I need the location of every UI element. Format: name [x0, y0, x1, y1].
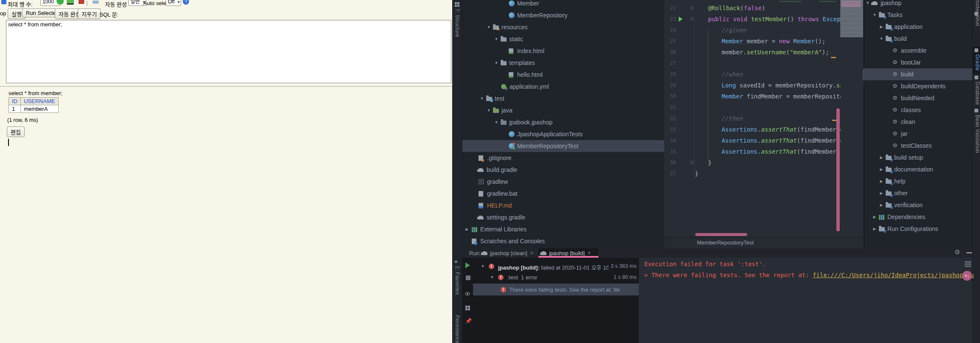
chevron-down-icon[interactable]: ▼: [486, 25, 491, 29]
eye-filter-icon[interactable]: [465, 292, 470, 295]
help-icon[interactable]: ?: [183, 0, 189, 5]
settings-gear-icon[interactable]: ⚙: [955, 248, 960, 256]
gradle-task-item[interactable]: ⚙buildNeeded: [864, 92, 972, 104]
pin-icon[interactable]: 📌: [465, 318, 472, 324]
code-line[interactable]: 32//then: [664, 113, 864, 124]
tool-button-bean-validation[interactable]: Bean Validation: [974, 115, 980, 153]
gradle-task-item[interactable]: ⚙testClasses: [864, 140, 972, 152]
tool-button-favorites[interactable]: 2: Favorites: [454, 266, 460, 295]
rerun-play-icon[interactable]: [465, 262, 470, 268]
code-line[interactable]: 26member.setUsername("memberA");: [664, 47, 864, 58]
chevron-right-icon[interactable]: ▶: [872, 215, 877, 219]
chevron-down-icon[interactable]: ▼: [486, 108, 491, 112]
chevron-right-icon[interactable]: ▶: [872, 227, 877, 231]
chevron-right-icon[interactable]: ▶: [879, 25, 884, 29]
breadcrumb[interactable]: MemberRepositoryTest: [697, 239, 754, 246]
project-tree-item[interactable]: build.gradle: [462, 164, 664, 176]
chevron-down-icon[interactable]: ▼: [494, 120, 499, 124]
fold-marker-icon[interactable]: [691, 17, 694, 20]
chevron-down-icon[interactable]: ▼: [480, 264, 485, 268]
chevron-down-icon[interactable]: ▼: [872, 13, 877, 17]
project-tree-item[interactable]: ▼java: [462, 104, 664, 116]
close-tab-icon[interactable]: ✕: [587, 250, 591, 256]
project-tree-item[interactable]: Member: [462, 0, 664, 9]
stop-button-fragment[interactable]: op: [0, 10, 6, 17]
sql-textarea[interactable]: select * from member;: [6, 20, 451, 83]
gradle-task-item[interactable]: ▼jpashop: [864, 0, 972, 9]
gradle-task-item[interactable]: ⚙jar: [864, 128, 972, 140]
structure-icon[interactable]: [455, 2, 459, 7]
gradle-task-item[interactable]: ⚙clean: [864, 116, 972, 128]
chevron-right-icon[interactable]: ▶: [465, 227, 470, 231]
gradle-task-item[interactable]: ⚙buildDependents: [864, 80, 972, 92]
fold-marker-icon[interactable]: [691, 161, 694, 164]
project-tree-item[interactable]: ▼static: [462, 33, 664, 45]
chevron-right-icon[interactable]: ▶: [879, 191, 884, 195]
fold-marker-icon[interactable]: [691, 6, 694, 9]
code-line[interactable]: 27: [664, 58, 864, 69]
project-tree-item[interactable]: Scratches and Consoles: [462, 235, 664, 247]
gradle-task-item[interactable]: ▶build setup: [864, 152, 972, 163]
autoselect-select[interactable]: Off: [166, 0, 181, 6]
project-tree-item[interactable]: MemberRepository: [462, 9, 664, 21]
run-tab[interactable]: jpashop [clean]✕: [479, 248, 536, 258]
chevron-down-icon[interactable]: ▼: [494, 61, 499, 65]
gradle-task-item[interactable]: ▼Tasks: [864, 9, 972, 21]
project-tree-item[interactable]: JpashopApplicationTests: [462, 128, 664, 140]
code-line[interactable]: 30Member findMember = memberRepository: [664, 91, 864, 102]
code-line[interactable]: 35Assertions.assertThat(findMember).isEq…: [664, 146, 864, 157]
run-tree-row[interactable]: ▼!jpashop [build]: failed at 2020-11-01 …: [473, 262, 639, 271]
code-line[interactable]: 34Assertions.assertThat(findMember.getUs…: [664, 135, 864, 146]
gradle-task-item[interactable]: ▶Run Configurations: [864, 223, 972, 235]
project-tree-item[interactable]: index.html: [462, 45, 664, 57]
tool-button-structure[interactable]: 7: Structure: [454, 8, 460, 37]
favorites-star-icon[interactable]: ★: [454, 259, 458, 264]
project-tree-item[interactable]: ▼templates: [462, 57, 664, 69]
close-tab-icon[interactable]: ✕: [530, 250, 533, 256]
chevron-right-icon[interactable]: ▶: [879, 179, 884, 183]
clear-button[interactable]: 지우기: [78, 8, 101, 19]
gradle-task-item[interactable]: ▶application: [864, 21, 972, 33]
run-selected-icon[interactable]: [67, 0, 74, 5]
code-line[interactable]: 22@Rollback(false): [664, 3, 864, 14]
tool-button-promoter-x[interactable]: Promoter X: [974, 0, 980, 19]
soft-wrap-icon[interactable]: [965, 261, 971, 267]
stop-icon[interactable]: [79, 0, 84, 4]
report-file-link[interactable]: file:///C:/Users/jiho/IdeaProjects/jpash…: [813, 272, 974, 278]
gradle-task-item[interactable]: ▼build: [864, 33, 972, 45]
project-tree-item[interactable]: ▶External Libraries: [462, 223, 664, 235]
tool-button-gradle[interactable]: Gradle: [974, 54, 980, 71]
project-tree-item[interactable]: ▼jpabook.jpashop: [462, 116, 664, 128]
run-tree-row[interactable]: !There were failing tests. See the repor…: [473, 284, 639, 295]
edit-button[interactable]: 편집: [7, 127, 25, 137]
gradle-task-item[interactable]: ⚙build: [864, 68, 972, 80]
stop-icon[interactable]: [466, 276, 470, 280]
chevron-right-icon[interactable]: ▶: [879, 155, 884, 160]
run-icon[interactable]: [57, 0, 64, 5]
project-tree-item[interactable]: application.yml: [462, 81, 664, 93]
tool-button-database[interactable]: Database: [974, 82, 980, 105]
layout-grid-icon[interactable]: [465, 306, 470, 310]
gradle-task-item[interactable]: ▶verification: [864, 199, 972, 211]
project-tree-item[interactable]: ▼resources: [462, 21, 664, 33]
project-tree-item[interactable]: >gradlew: [462, 176, 664, 188]
code-line[interactable]: 36}: [664, 157, 864, 168]
scroll-end-badge[interactable]: ≡↓: [962, 271, 972, 281]
code-line[interactable]: 29Long savedId = memberRepository.save(m…: [664, 80, 864, 91]
hide-panel-icon[interactable]: [966, 252, 972, 253]
project-tree-item[interactable]: HELP.md: [462, 200, 664, 211]
run-tree-row[interactable]: ▼!:test 1 error1 s 80 ms: [473, 273, 639, 282]
code-line[interactable]: 31: [664, 102, 864, 113]
run-test-gutter-icon[interactable]: [679, 17, 683, 22]
code-line[interactable]: 33Assertions.assertThat(findMember.getId…: [664, 124, 864, 135]
code-line[interactable]: 25Member member = new Member();: [664, 36, 864, 47]
project-tree-item[interactable]: .gitignore: [462, 152, 664, 164]
chevron-down-icon[interactable]: ▼: [494, 37, 499, 41]
tool-button-ant[interactable]: Ant: [974, 18, 980, 26]
code-minimap[interactable]: [840, 0, 863, 37]
editor-horizontal-scrollbar[interactable]: [695, 233, 747, 236]
run-console-area[interactable]: [639, 258, 972, 343]
code-line[interactable]: 28//when: [664, 69, 864, 80]
chevron-right-icon[interactable]: ▶: [879, 203, 884, 207]
tool-button-persistence[interactable]: Persistence: [454, 315, 460, 343]
